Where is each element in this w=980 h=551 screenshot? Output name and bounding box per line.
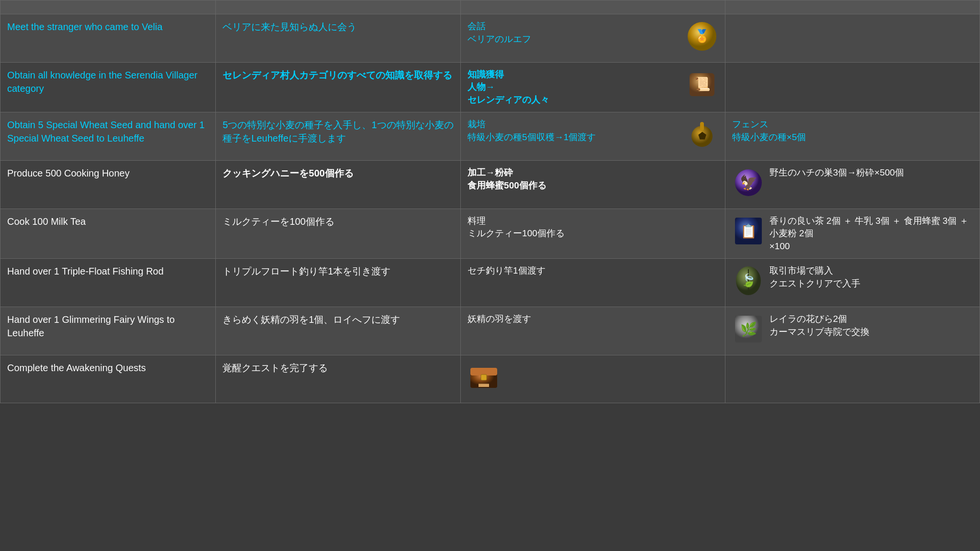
objective-cell: Meet the stranger who came to Velia	[0, 14, 216, 63]
clear-condition-cell: セチ釣り竿1個渡す	[461, 259, 725, 307]
svg-text:🏅: 🏅	[694, 28, 710, 44]
header-prep	[725, 0, 980, 14]
web-translation-cell: クッキングハニーを500個作る	[216, 160, 461, 209]
clear-condition-cell: 会話 ベリアのルエフ🏅	[461, 14, 725, 63]
objective-cell: Hand over 1 Triple-Float Fishing Rod	[0, 259, 216, 307]
main-table: Meet the stranger who came to Veliaベリアに来…	[0, 0, 980, 403]
clear-condition-cell: 栽培 特級小麦の種5個収穫→1個渡す⬟	[461, 112, 725, 161]
table-row: Cook 100 Milk Teaミルクティーを100個作る料理 ミルクティー1…	[0, 209, 980, 259]
table-row: Produce 500 Cooking Honeyクッキングハニーを500個作る…	[0, 160, 980, 209]
web-translation-cell: ベリアに来た見知らぬ人に会う	[216, 14, 461, 63]
svg-text:▬: ▬	[479, 377, 489, 389]
header-objective	[0, 0, 216, 14]
svg-text:🌿: 🌿	[740, 321, 757, 337]
header-row	[0, 0, 980, 14]
header-web	[216, 0, 461, 14]
svg-text:📋: 📋	[740, 223, 757, 239]
web-translation-cell: 5つの特別な小麦の種子を入手し、1つの特別な小麦の種子をLeuheffeに手渡し…	[216, 112, 461, 161]
web-translation-cell: トリプルフロート釣り竿1本を引き渡す	[216, 259, 461, 307]
prep-material-cell: フェンス 特級小麦の種×5個	[725, 112, 980, 161]
web-translation-cell: きらめく妖精の羽を1個、ロイへフに渡す	[216, 307, 461, 355]
svg-text:📜: 📜	[693, 76, 710, 92]
svg-text:🦅: 🦅	[739, 174, 757, 191]
clear-condition-cell: 知識獲得 人物→ セレンディアの人々📜	[461, 62, 725, 112]
prep-material-cell: 📋香りの良い茶 2個 ＋ 牛乳 3個 ＋ 食用蜂蜜 3個 ＋ 小麦粉 2個 ×1…	[725, 209, 980, 259]
svg-rect-5	[700, 122, 704, 131]
table-row: Complete the Awakening Quests覚醒クエストを完了する…	[0, 355, 980, 403]
objective-cell: Cook 100 Milk Tea	[0, 209, 216, 259]
table-row: Hand over 1 Triple-Float Fishing Rodトリプル…	[0, 259, 980, 307]
prep-material-cell: 🦅野生のハチの巣3個→粉砕×500個	[725, 160, 980, 209]
objective-cell: Hand over 1 Glimmering Fairy Wings to Le…	[0, 307, 216, 355]
prep-material-cell	[725, 14, 980, 63]
table-row: Obtain 5 Special Wheat Seed and hand ove…	[0, 112, 980, 161]
svg-text:🍃: 🍃	[741, 273, 757, 288]
table-row: Obtain all knowledge in the Serendia Vil…	[0, 62, 980, 112]
table-row: Hand over 1 Glimmering Fairy Wings to Le…	[0, 307, 980, 355]
objective-cell: Produce 500 Cooking Honey	[0, 160, 216, 209]
svg-text:⬟: ⬟	[698, 131, 706, 141]
objective-cell: Obtain 5 Special Wheat Seed and hand ove…	[0, 112, 216, 161]
clear-condition-cell: ▬	[461, 355, 725, 403]
web-translation-cell: ミルクティーを100個作る	[216, 209, 461, 259]
prep-material-cell: 🌿レイラの花びら2個 カーマスリブ寺院で交換	[725, 307, 980, 355]
table-body: Meet the stranger who came to Veliaベリアに来…	[0, 14, 980, 403]
objective-cell: Complete the Awakening Quests	[0, 355, 216, 403]
prep-material-cell	[725, 62, 980, 112]
clear-condition-cell: 料理 ミルクティー100個作る	[461, 209, 725, 259]
prep-material-cell: 🍃取引市場で購入 クエストクリアで入手	[725, 259, 980, 307]
clear-condition-cell: 加工→粉砕 食用蜂蜜500個作る	[461, 160, 725, 209]
web-translation-cell: セレンディア村人カテゴリのすべての知識を取得する	[216, 62, 461, 112]
table-row: Meet the stranger who came to Veliaベリアに来…	[0, 14, 980, 63]
clear-condition-cell: 妖精の羽を渡す	[461, 307, 725, 355]
web-translation-cell: 覚醒クエストを完了する	[216, 355, 461, 403]
objective-cell: Obtain all knowledge in the Serendia Vil…	[0, 62, 216, 112]
header-clear	[461, 0, 725, 14]
prep-material-cell	[725, 355, 980, 403]
